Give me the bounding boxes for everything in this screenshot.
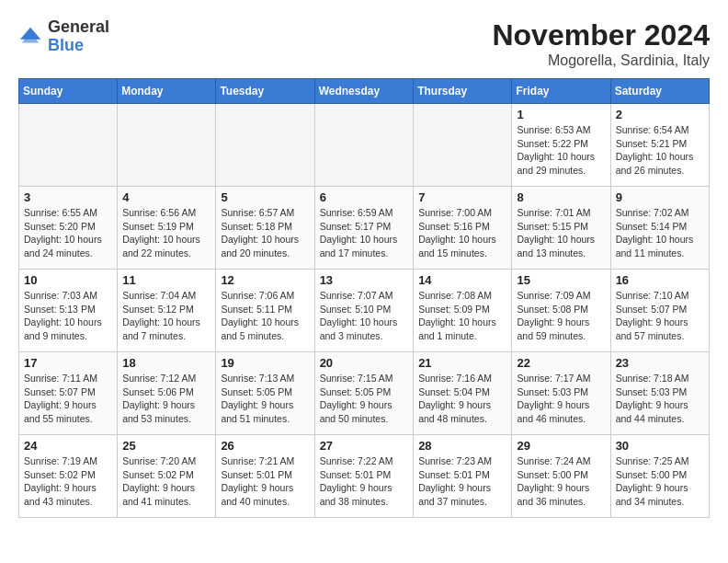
day-number: 9: [616, 190, 704, 204]
day-cell: 17Sunrise: 7:11 AM Sunset: 5:07 PM Dayli…: [19, 352, 118, 435]
day-number: 8: [517, 190, 605, 204]
day-cell: 27Sunrise: 7:22 AM Sunset: 5:01 PM Dayli…: [314, 435, 414, 518]
day-info: Sunrise: 7:07 AM Sunset: 5:10 PM Dayligh…: [320, 289, 409, 343]
day-cell: 12Sunrise: 7:06 AM Sunset: 5:11 PM Dayli…: [216, 270, 314, 352]
day-cell: 28Sunrise: 7:23 AM Sunset: 5:01 PM Dayli…: [414, 435, 512, 518]
day-info: Sunrise: 6:53 AM Sunset: 5:22 PM Dayligh…: [517, 123, 605, 178]
calendar: SundayMondayTuesdayWednesdayThursdayFrid…: [18, 78, 710, 518]
day-info: Sunrise: 6:55 AM Sunset: 5:20 PM Dayligh…: [24, 206, 112, 260]
day-cell: 19Sunrise: 7:13 AM Sunset: 5:05 PM Dayli…: [216, 352, 314, 435]
day-cell: 22Sunrise: 7:17 AM Sunset: 5:03 PM Dayli…: [512, 352, 610, 435]
logo-general-text: General: [48, 17, 109, 36]
day-cell: 6Sunrise: 6:59 AM Sunset: 5:17 PM Daylig…: [314, 187, 414, 270]
day-info: Sunrise: 7:25 AM Sunset: 5:00 PM Dayligh…: [616, 454, 704, 509]
day-number: 14: [418, 273, 506, 287]
day-info: Sunrise: 7:15 AM Sunset: 5:05 PM Dayligh…: [320, 372, 409, 426]
day-number: 2: [616, 108, 704, 121]
header: General Blue November 2024 Mogorella, Sa…: [18, 18, 710, 69]
day-number: 15: [517, 273, 605, 287]
day-info: Sunrise: 7:06 AM Sunset: 5:11 PM Dayligh…: [221, 289, 309, 343]
day-info: Sunrise: 7:23 AM Sunset: 5:01 PM Dayligh…: [418, 454, 506, 509]
day-cell: 21Sunrise: 7:16 AM Sunset: 5:04 PM Dayli…: [414, 352, 512, 435]
day-info: Sunrise: 7:04 AM Sunset: 5:12 PM Dayligh…: [122, 289, 210, 343]
day-cell: 15Sunrise: 7:09 AM Sunset: 5:08 PM Dayli…: [512, 270, 610, 352]
day-cell: 13Sunrise: 7:07 AM Sunset: 5:10 PM Dayli…: [314, 270, 414, 352]
day-number: 27: [320, 439, 409, 453]
day-cell: 10Sunrise: 7:03 AM Sunset: 5:13 PM Dayli…: [19, 270, 118, 352]
day-number: 17: [24, 356, 112, 370]
day-number: 13: [320, 273, 409, 287]
day-info: Sunrise: 7:10 AM Sunset: 5:07 PM Dayligh…: [616, 289, 704, 343]
week-row-5: 24Sunrise: 7:19 AM Sunset: 5:02 PM Dayli…: [19, 435, 710, 518]
day-info: Sunrise: 7:18 AM Sunset: 5:03 PM Dayligh…: [616, 372, 704, 426]
day-info: Sunrise: 7:00 AM Sunset: 5:16 PM Dayligh…: [418, 206, 506, 260]
day-cell: 26Sunrise: 7:21 AM Sunset: 5:01 PM Dayli…: [216, 435, 314, 518]
day-info: Sunrise: 7:17 AM Sunset: 5:03 PM Dayligh…: [517, 372, 605, 426]
day-cell: 24Sunrise: 7:19 AM Sunset: 5:02 PM Dayli…: [19, 435, 118, 518]
day-cell: 9Sunrise: 7:02 AM Sunset: 5:14 PM Daylig…: [610, 187, 709, 270]
day-cell: 11Sunrise: 7:04 AM Sunset: 5:12 PM Dayli…: [118, 270, 216, 352]
day-cell: [19, 104, 118, 187]
day-info: Sunrise: 7:02 AM Sunset: 5:14 PM Dayligh…: [616, 206, 704, 260]
weekday-header-monday: Monday: [118, 79, 216, 104]
title-area: November 2024 Mogorella, Sardinia, Italy: [492, 18, 710, 69]
day-info: Sunrise: 7:13 AM Sunset: 5:05 PM Dayligh…: [221, 372, 309, 426]
weekday-header-sunday: Sunday: [19, 79, 118, 104]
day-number: 18: [122, 356, 210, 370]
day-cell: 20Sunrise: 7:15 AM Sunset: 5:05 PM Dayli…: [314, 352, 414, 435]
day-info: Sunrise: 7:09 AM Sunset: 5:08 PM Dayligh…: [517, 289, 605, 343]
day-info: Sunrise: 7:20 AM Sunset: 5:02 PM Dayligh…: [122, 454, 210, 509]
day-cell: 30Sunrise: 7:25 AM Sunset: 5:00 PM Dayli…: [610, 435, 709, 518]
day-info: Sunrise: 7:21 AM Sunset: 5:01 PM Dayligh…: [221, 454, 309, 509]
day-number: 1: [517, 108, 605, 121]
week-row-3: 10Sunrise: 7:03 AM Sunset: 5:13 PM Dayli…: [19, 270, 710, 352]
day-cell: 16Sunrise: 7:10 AM Sunset: 5:07 PM Dayli…: [610, 270, 709, 352]
day-cell: [414, 104, 512, 187]
day-number: 24: [24, 439, 112, 453]
day-cell: 5Sunrise: 6:57 AM Sunset: 5:18 PM Daylig…: [216, 187, 314, 270]
day-number: 22: [517, 356, 605, 370]
day-info: Sunrise: 7:12 AM Sunset: 5:06 PM Dayligh…: [122, 372, 210, 426]
day-cell: 3Sunrise: 6:55 AM Sunset: 5:20 PM Daylig…: [19, 187, 118, 270]
day-number: 29: [517, 439, 605, 453]
day-info: Sunrise: 7:01 AM Sunset: 5:15 PM Dayligh…: [517, 206, 605, 260]
day-cell: 29Sunrise: 7:24 AM Sunset: 5:00 PM Dayli…: [512, 435, 610, 518]
day-info: Sunrise: 7:03 AM Sunset: 5:13 PM Dayligh…: [24, 289, 112, 343]
day-cell: [118, 104, 216, 187]
logo-icon: [18, 24, 44, 50]
day-number: 19: [221, 356, 309, 370]
day-cell: [314, 104, 414, 187]
day-number: 20: [320, 356, 409, 370]
month-title: November 2024: [492, 18, 710, 52]
day-number: 6: [320, 190, 409, 204]
day-number: 21: [418, 356, 506, 370]
weekday-header-wednesday: Wednesday: [314, 79, 414, 104]
day-cell: [216, 104, 314, 187]
logo: General Blue: [18, 18, 109, 55]
day-number: 11: [122, 273, 210, 287]
day-number: 28: [418, 439, 506, 453]
day-cell: 8Sunrise: 7:01 AM Sunset: 5:15 PM Daylig…: [512, 187, 610, 270]
location: Mogorella, Sardinia, Italy: [492, 52, 710, 69]
day-info: Sunrise: 6:59 AM Sunset: 5:17 PM Dayligh…: [320, 206, 409, 260]
day-cell: 4Sunrise: 6:56 AM Sunset: 5:19 PM Daylig…: [118, 187, 216, 270]
day-number: 16: [616, 273, 704, 287]
day-cell: 25Sunrise: 7:20 AM Sunset: 5:02 PM Dayli…: [118, 435, 216, 518]
day-info: Sunrise: 7:24 AM Sunset: 5:00 PM Dayligh…: [517, 454, 605, 509]
day-info: Sunrise: 7:19 AM Sunset: 5:02 PM Dayligh…: [24, 454, 112, 509]
day-number: 12: [221, 273, 309, 287]
day-cell: 2Sunrise: 6:54 AM Sunset: 5:21 PM Daylig…: [610, 104, 709, 187]
day-number: 4: [122, 190, 210, 204]
weekday-header-friday: Friday: [512, 79, 610, 104]
day-number: 7: [418, 190, 506, 204]
day-number: 10: [24, 273, 112, 287]
day-number: 3: [24, 190, 112, 204]
day-cell: 1Sunrise: 6:53 AM Sunset: 5:22 PM Daylig…: [512, 104, 610, 187]
logo-blue-text: Blue: [48, 36, 84, 54]
day-cell: 23Sunrise: 7:18 AM Sunset: 5:03 PM Dayli…: [610, 352, 709, 435]
week-row-1: 1Sunrise: 6:53 AM Sunset: 5:22 PM Daylig…: [19, 104, 710, 187]
day-number: 5: [221, 190, 309, 204]
day-number: 30: [616, 439, 704, 453]
day-cell: 7Sunrise: 7:00 AM Sunset: 5:16 PM Daylig…: [414, 187, 512, 270]
day-info: Sunrise: 7:08 AM Sunset: 5:09 PM Dayligh…: [418, 289, 506, 343]
